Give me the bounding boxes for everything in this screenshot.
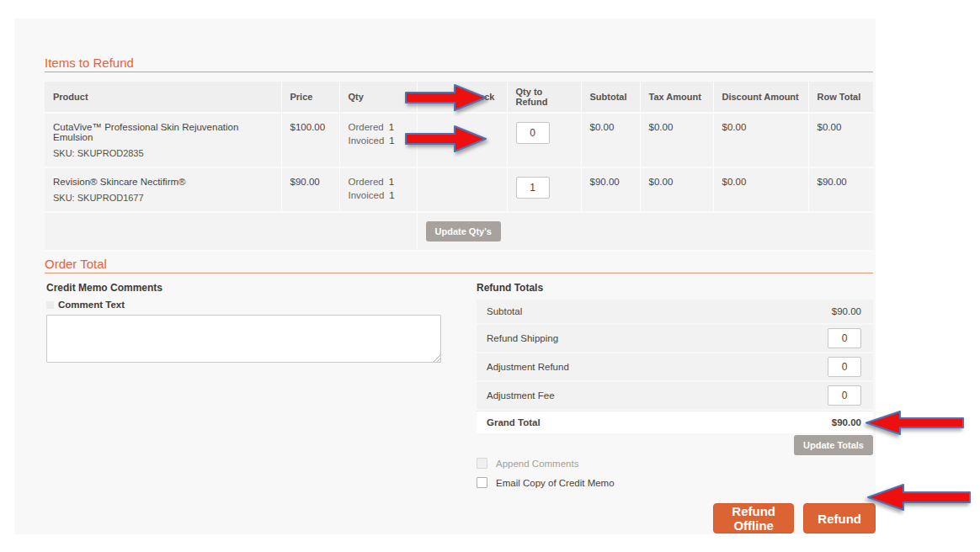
row-total-cell: $0.00 — [808, 113, 873, 167]
qty-ordered: Ordered1 — [349, 177, 408, 187]
product-sku: SKU: SKUPROD2835 — [53, 148, 273, 158]
totals-row-subtotal: Subtotal $90.00 — [477, 300, 873, 323]
annotation-arrow-refund-icon — [866, 483, 971, 512]
qty-invoiced: Invoiced1 — [349, 190, 408, 200]
tax-amount-cell: $0.00 — [640, 113, 713, 167]
email-copy-checkbox[interactable] — [477, 477, 487, 488]
row-total-cell: $90.00 — [808, 167, 873, 212]
email-copy-option: Email Copy of Credit Memo — [477, 477, 615, 488]
items-section-divider — [45, 72, 873, 72]
totals-row-adjustment-refund: Adjustment Refund — [477, 353, 873, 380]
discount-amount-cell: $0.00 — [713, 113, 808, 167]
append-comments-checkbox — [477, 458, 487, 469]
qty-invoiced: Invoiced1 — [349, 135, 408, 146]
checkbox-label: Email Copy of Credit Memo — [496, 478, 615, 488]
refund-totals-table: Subtotal $90.00 Refund Shipping Adjustme… — [477, 300, 873, 455]
refund-button[interactable]: Refund — [803, 503, 876, 533]
totals-label: Adjustment Fee — [487, 390, 555, 401]
totals-value: $90.00 — [832, 417, 861, 427]
qty-ordered: Ordered1 — [349, 122, 408, 132]
col-header-row-total: Row Total — [808, 82, 873, 113]
append-comments-option: Append Comments — [477, 458, 578, 469]
price-cell: $100.00 — [281, 113, 339, 167]
col-header-tax-amount: Tax Amount — [640, 82, 713, 113]
qty-to-refund-input[interactable] — [516, 177, 550, 199]
product-name: Revision® Skincare Nectifirm® — [53, 177, 273, 187]
refund-totals-title: Refund Totals — [477, 282, 543, 294]
annotation-arrow-qty-row1-icon — [405, 83, 487, 112]
return-to-stock-cell — [417, 167, 507, 212]
totals-label: Subtotal — [487, 306, 522, 316]
checkbox-label: Append Comments — [496, 459, 578, 469]
col-header-discount-amount: Discount Amount — [713, 82, 808, 113]
annotation-arrow-update-totals-icon — [865, 410, 964, 436]
totals-row-adjustment-fee: Adjustment Fee — [477, 382, 873, 409]
totals-value: $90.00 — [832, 306, 861, 316]
order-total-divider — [45, 273, 873, 273]
update-totals-button[interactable]: Update Totals — [794, 435, 873, 455]
adjustment-fee-input[interactable] — [828, 385, 861, 406]
credit-memo-comments-title: Credit Memo Comments — [46, 282, 162, 294]
totals-label: Refund Shipping — [487, 333, 558, 343]
totals-label: Adjustment Refund — [487, 362, 569, 372]
subtotal-cell: $90.00 — [581, 167, 640, 212]
col-header-product: Product — [45, 82, 281, 113]
order-total-title: Order Total — [45, 257, 107, 271]
totals-row-refund-shipping: Refund Shipping — [477, 325, 873, 352]
refund-offline-button[interactable]: Refund Offline — [713, 503, 794, 533]
update-qtys-button[interactable]: Update Qty's — [426, 221, 501, 242]
totals-label: Grand Total — [487, 417, 541, 427]
col-header-subtotal: Subtotal — [581, 82, 640, 113]
items-to-refund-title: Items to Refund — [45, 56, 134, 70]
refund-shipping-input[interactable] — [828, 328, 861, 348]
table-footer-row: Update Qty's — [45, 212, 873, 251]
totals-row-grand-total: Grand Total $90.00 — [477, 411, 873, 433]
subtotal-cell: $0.00 — [581, 113, 640, 167]
qty-to-refund-input[interactable] — [516, 122, 550, 144]
annotation-arrow-qty-row2-icon — [405, 125, 487, 153]
table-row: Revision® Skincare Nectifirm® SKU: SKUPR… — [45, 167, 873, 212]
col-header-price: Price — [281, 82, 339, 113]
col-header-qty-to-refund: Qty to Refund — [507, 82, 581, 113]
tax-amount-cell: $0.00 — [640, 167, 713, 212]
discount-amount-cell: $0.00 — [713, 167, 808, 212]
price-cell: $90.00 — [281, 167, 339, 212]
comment-text-marker — [46, 301, 54, 309]
product-name: CutaVive™ Professional Skin Rejuvenation… — [53, 122, 273, 142]
comment-text-input[interactable] — [46, 315, 441, 363]
product-sku: SKU: SKUPROD1677 — [53, 193, 273, 203]
adjustment-refund-input[interactable] — [828, 357, 861, 377]
comment-text-label: Comment Text — [58, 300, 125, 310]
